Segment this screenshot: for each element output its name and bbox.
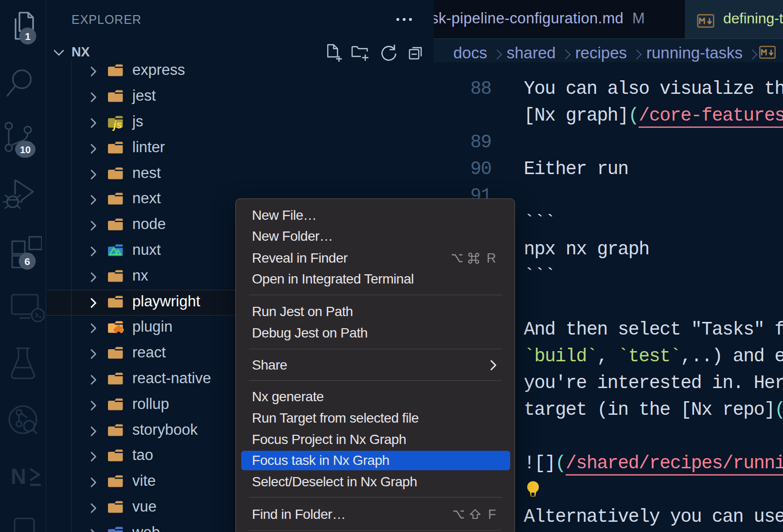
- svg-text:1: 1: [25, 31, 31, 42]
- svg-text:js: js: [112, 119, 122, 131]
- svg-text:10: 10: [20, 144, 31, 155]
- svg-text:6: 6: [24, 256, 30, 267]
